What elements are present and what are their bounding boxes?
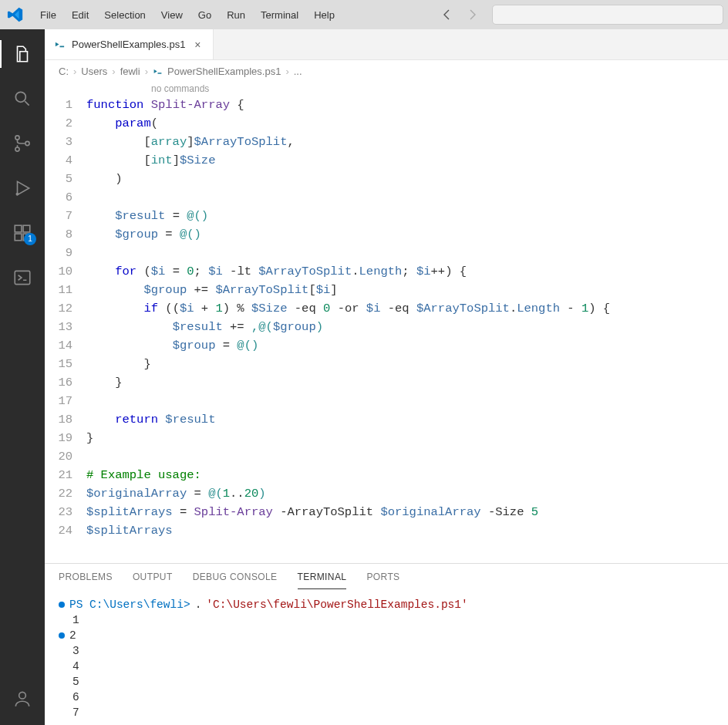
powershell-file-icon (54, 39, 66, 50)
code-line[interactable]: $splitArrays (86, 521, 728, 540)
code-line[interactable]: ) (86, 170, 728, 188)
breadcrumb-part[interactable]: PowerShellExamples.ps1 (167, 66, 281, 77)
code-line[interactable]: for ($i = 0; $i -lt $ArrayToSplit.Length… (86, 262, 728, 281)
line-number: 8 (45, 225, 72, 244)
terminal-prompt-line: PS C:\Users\fewli> . 'C:\Users\fewli\Pow… (59, 597, 714, 612)
svg-point-2 (15, 147, 19, 151)
menu-item-run[interactable]: Run (219, 6, 253, 24)
breadcrumb-part[interactable]: C: (59, 66, 69, 77)
codelens-hint[interactable]: no commands (45, 82, 728, 96)
terminal-output-line: 7 (59, 705, 714, 720)
code-line[interactable]: $group += $ArrayToSplit[$i] (86, 281, 728, 299)
search-icon[interactable] (4, 80, 41, 117)
accounts-icon[interactable] (4, 680, 41, 717)
code-line[interactable]: [int]$Size (86, 151, 728, 170)
terminal-output-line: 5 (59, 674, 714, 690)
code-line[interactable]: } (86, 355, 728, 373)
line-number: 4 (45, 151, 72, 170)
code-line[interactable] (86, 188, 728, 207)
line-number: 2 (45, 114, 72, 133)
command-center-search[interactable] (492, 5, 723, 25)
svg-point-10 (19, 692, 26, 699)
terminal-output[interactable]: PS C:\Users\fewli> . 'C:\Users\fewli\Pow… (45, 589, 728, 725)
code-line[interactable]: $result = @() (86, 207, 728, 225)
svg-rect-6 (15, 234, 22, 241)
line-number: 11 (45, 281, 72, 299)
menu-item-view[interactable]: View (153, 6, 190, 24)
code-content[interactable]: function Split-Array { param( [array]$Ar… (86, 96, 728, 563)
run-debug-icon[interactable] (4, 170, 41, 207)
line-number: 13 (45, 318, 72, 336)
source-control-icon[interactable] (4, 125, 41, 162)
powershell-file-icon (153, 66, 163, 76)
panel-tab-debug-console[interactable]: DEBUG CONSOLE (193, 572, 278, 589)
code-line[interactable]: function Split-Array { (86, 96, 728, 114)
code-line[interactable]: $group = @() (86, 336, 728, 355)
line-number: 18 (45, 410, 72, 429)
nav-forward-icon[interactable] (461, 4, 483, 25)
menu-item-selection[interactable]: Selection (96, 6, 153, 24)
vscode-logo-icon (5, 4, 26, 25)
title-bar: FileEditSelectionViewGoRunTerminalHelp (0, 0, 728, 29)
code-line[interactable]: [array]$ArrayToSplit, (86, 133, 728, 151)
terminal-dot-icon (59, 602, 65, 608)
close-icon[interactable]: × (191, 39, 204, 51)
menu-item-edit[interactable]: Edit (64, 6, 96, 24)
chevron-right-icon: › (73, 66, 76, 77)
svg-point-1 (15, 136, 19, 140)
panel-tab-problems[interactable]: PROBLEMS (59, 572, 113, 589)
code-editor[interactable]: 123456789101112131415161718192021222324 … (45, 96, 728, 563)
panel-tab-ports[interactable]: PORTS (366, 572, 399, 589)
line-number: 19 (45, 429, 72, 447)
code-line[interactable]: $splitArrays = Split-Array -ArrayToSplit… (86, 503, 728, 521)
line-number: 7 (45, 207, 72, 225)
chevron-right-icon: › (285, 66, 288, 77)
code-line[interactable]: } (86, 429, 728, 447)
svg-point-0 (15, 92, 25, 102)
chevron-right-icon: › (145, 66, 148, 77)
breadcrumb-part[interactable]: Users (81, 66, 107, 77)
code-line[interactable] (86, 447, 728, 466)
code-line[interactable]: if (($i + 1) % $Size -eq 0 -or $i -eq $A… (86, 299, 728, 318)
code-line[interactable]: $group = @() (86, 225, 728, 244)
panel-tab-terminal[interactable]: TERMINAL (298, 572, 347, 589)
terminal-output-line: 6 (59, 690, 714, 705)
menu-item-file[interactable]: File (32, 6, 64, 24)
line-number: 16 (45, 373, 72, 392)
powershell-panel-icon[interactable] (4, 259, 41, 296)
code-line[interactable] (86, 244, 728, 262)
code-line[interactable]: $result += ,@($group) (86, 318, 728, 336)
editor-tab-active[interactable]: PowerShellExamples.ps1 × (45, 29, 214, 59)
extensions-icon[interactable]: 1 (4, 214, 41, 251)
line-number: 22 (45, 484, 72, 503)
terminal-output-line: 4 (59, 659, 714, 674)
menu-item-go[interactable]: Go (190, 6, 219, 24)
nav-back-icon[interactable] (436, 4, 458, 25)
terminal-output-line: 2 (59, 628, 714, 643)
menu-item-terminal[interactable]: Terminal (253, 6, 306, 24)
panel-tab-output[interactable]: OUTPUT (133, 572, 173, 589)
code-line[interactable]: } (86, 373, 728, 392)
line-number: 14 (45, 336, 72, 355)
editor-tabs: PowerShellExamples.ps1 × (45, 29, 728, 60)
breadcrumb-part[interactable]: fewli (120, 66, 140, 77)
breadcrumb-part[interactable]: ... (294, 66, 302, 77)
line-number: 5 (45, 170, 72, 188)
line-number: 15 (45, 355, 72, 373)
code-line[interactable]: $originalArray = @(1..20) (86, 484, 728, 503)
activity-bar: 1 (0, 29, 45, 725)
breadcrumb[interactable]: C: › Users › fewli › PowerShellExamples.… (45, 60, 728, 82)
line-number: 12 (45, 299, 72, 318)
svg-point-3 (25, 141, 29, 145)
menu-item-help[interactable]: Help (306, 6, 342, 24)
code-line[interactable]: param( (86, 114, 728, 133)
code-line[interactable]: return $result (86, 410, 728, 429)
explorer-icon[interactable] (4, 35, 41, 72)
panel-tabs: PROBLEMSOUTPUTDEBUG CONSOLETERMINALPORTS (45, 564, 728, 589)
line-number: 24 (45, 521, 72, 540)
svg-rect-8 (23, 225, 30, 232)
code-line[interactable] (86, 392, 728, 410)
editor-tab-label: PowerShellExamples.ps1 (72, 39, 185, 50)
chevron-right-icon: › (112, 66, 115, 77)
code-line[interactable]: # Example usage: (86, 466, 728, 484)
